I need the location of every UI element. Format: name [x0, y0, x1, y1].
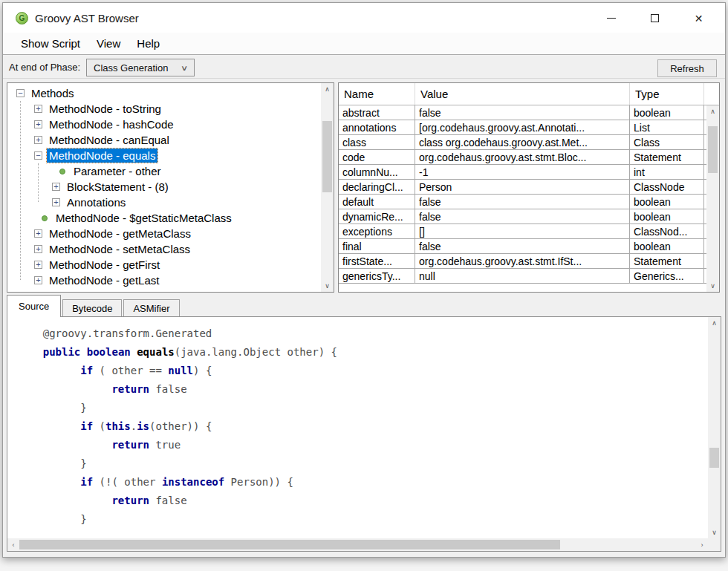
column-header-value[interactable]: Value — [415, 83, 630, 105]
table-cell: class org.codehaus.groovy.ast.Met... — [415, 135, 630, 149]
tree-node-label: Annotations — [65, 195, 128, 209]
tab-asmifier[interactable]: ASMifier — [123, 299, 179, 317]
expand-handle-icon[interactable]: + — [34, 105, 42, 113]
phase-label: At end of Phase: — [9, 62, 80, 73]
scroll-up-icon[interactable]: ∧ — [706, 105, 719, 117]
tree-node[interactable]: +BlockStatement - (8) — [7, 179, 321, 195]
tree-node-label: MethodNode - setMetaClass — [47, 242, 192, 256]
scroll-up-icon[interactable]: ∧ — [708, 317, 721, 329]
tree-node[interactable]: +MethodNode - getLast — [7, 273, 321, 288]
table-cell: boolean — [630, 209, 704, 223]
tree-node[interactable]: MethodNode - $getStaticMetaClass — [7, 210, 321, 226]
source-scrollbar-thumb[interactable] — [709, 448, 719, 468]
scroll-down-icon[interactable]: ∨ — [321, 280, 334, 292]
table-cell: List — [630, 120, 704, 134]
table-row[interactable]: dynamicRe...falseboolean — [339, 209, 706, 224]
minimize-button[interactable] — [594, 7, 628, 29]
code-line: return false — [18, 495, 708, 513]
scroll-down-icon[interactable]: ∨ — [706, 280, 719, 292]
tree-node[interactable]: +MethodNode - getMetaClass — [7, 226, 321, 241]
expand-handle-icon[interactable]: + — [34, 120, 42, 128]
table-row[interactable]: abstractfalseboolean — [339, 105, 706, 120]
scroll-left-icon[interactable]: ‹ — [7, 538, 19, 551]
tree-node[interactable]: Parameter - other — [7, 163, 321, 179]
expand-handle-icon[interactable]: + — [34, 136, 42, 144]
expand-handle-icon[interactable]: + — [34, 261, 42, 269]
phase-select[interactable]: Class Generation ∨ — [86, 59, 195, 76]
table-vertical-scrollbar[interactable]: ∧ ∨ — [706, 105, 719, 292]
table-cell: class — [339, 135, 415, 149]
table-cell: false — [415, 105, 630, 120]
tree-node[interactable]: −MethodNode - equals — [7, 148, 321, 163]
table-cell: int — [630, 165, 704, 179]
table-row[interactable]: firstState...org.codehaus.groovy.ast.stm… — [339, 254, 706, 269]
maximize-button[interactable] — [638, 7, 672, 29]
column-header-type[interactable]: Type — [630, 83, 704, 105]
table-cell: org.codehaus.groovy.ast.stmt.IfSt... — [415, 254, 630, 268]
tree-node-label: MethodNode - toString — [47, 102, 163, 116]
collapse-handle-icon[interactable]: − — [34, 151, 42, 160]
column-header-name[interactable]: Name — [339, 83, 415, 105]
table-row[interactable]: exceptions[]ClassNod... — [339, 224, 706, 239]
tree-node-label: MethodNode - getFirst — [47, 258, 162, 272]
code-line: public boolean equals(java.lang.Object o… — [18, 346, 708, 365]
tree-node[interactable]: +Annotations — [7, 195, 321, 210]
leaf-node-icon — [59, 169, 65, 174]
table-row[interactable]: codeorg.codehaus.groovy.ast.stmt.Bloc...… — [339, 150, 706, 165]
minimize-icon — [607, 18, 616, 19]
scroll-down-icon[interactable]: ∨ — [708, 526, 721, 538]
table-cell: abstract — [339, 105, 415, 120]
tab-source[interactable]: Source — [7, 295, 61, 317]
table-row[interactable]: declaringCl...PersonClassNode — [339, 180, 706, 195]
table-row[interactable]: genericsTy...nullGenerics... — [339, 269, 706, 284]
expand-handle-icon[interactable]: + — [34, 245, 42, 253]
expand-handle-icon[interactable]: + — [52, 183, 60, 191]
collapse-handle-icon[interactable]: − — [16, 89, 25, 97]
table-row[interactable]: columnNu...-1int — [339, 165, 706, 180]
table-row[interactable]: classclass org.codehaus.groovy.ast.Met..… — [339, 135, 706, 150]
tree-node-label: MethodNode - canEqual — [47, 133, 172, 147]
scroll-right-icon[interactable]: › — [696, 538, 708, 551]
expand-handle-icon[interactable]: + — [52, 198, 60, 206]
expand-handle-icon[interactable]: + — [34, 276, 42, 284]
expand-handle-icon[interactable]: + — [34, 229, 42, 238]
close-button[interactable]: ✕ — [682, 7, 715, 29]
tree-node[interactable]: −Methods — [7, 85, 321, 101]
source-horizontal-scrollbar[interactable]: ‹ › — [7, 538, 708, 551]
scrollbar-corner — [708, 538, 721, 551]
tree-vertical-scrollbar[interactable]: ∧ ∨ — [321, 83, 334, 292]
source-code: @groovy.transform.Generated public boole… — [7, 317, 708, 532]
refresh-button[interactable]: Refresh — [657, 59, 717, 77]
menu-show-script[interactable]: Show Script — [13, 35, 88, 52]
tree-node[interactable]: +MethodNode - hashCode — [7, 117, 321, 132]
table-row[interactable]: annotations[org.codehaus.groovy.ast.Anno… — [339, 120, 706, 135]
table-cell: default — [339, 195, 415, 209]
maximize-icon — [651, 14, 659, 22]
tree-node-label: Methods — [29, 86, 77, 100]
table-row[interactable]: defaultfalseboolean — [339, 195, 706, 209]
tree-node[interactable]: +MethodNode - setMetaClass — [7, 241, 321, 257]
app-window: G Groovy AST Browser ✕ Show Script View … — [2, 2, 726, 558]
source-scrollbar-h-thumb[interactable] — [19, 540, 560, 549]
source-vertical-scrollbar[interactable]: ∧ ∨ — [708, 317, 721, 538]
table-row[interactable]: finalfalseboolean — [339, 239, 706, 254]
tree-node-label: MethodNode - equals — [47, 149, 157, 163]
tree-node[interactable]: +MethodNode - canEqual — [7, 132, 321, 148]
table-cell: Generics... — [630, 269, 704, 283]
tree-scrollbar-thumb[interactable] — [322, 121, 332, 192]
tab-bytecode[interactable]: Bytecode — [62, 299, 122, 317]
groovy-app-icon-letter: G — [19, 15, 25, 22]
tree-node[interactable]: +MethodNode - toString — [7, 101, 321, 117]
table-cell: ClassNode — [630, 180, 704, 194]
properties-table-body: abstractfalsebooleanannotations[org.code… — [339, 105, 706, 292]
menu-view[interactable]: View — [88, 35, 129, 52]
ast-tree: −Methods+MethodNode - toString+MethodNod… — [7, 83, 321, 292]
tree-node[interactable]: +MethodNode - getFirst — [7, 257, 321, 273]
scroll-up-icon[interactable]: ∧ — [321, 83, 334, 95]
table-cell: final — [339, 239, 415, 253]
table-cell: [org.codehaus.groovy.ast.Annotati... — [415, 120, 630, 134]
toolbar: At end of Phase: Class Generation ∨ Refr… — [3, 56, 725, 79]
menu-help[interactable]: Help — [129, 35, 168, 52]
table-cell: annotations — [339, 120, 415, 134]
table-scrollbar-thumb[interactable] — [708, 126, 718, 173]
